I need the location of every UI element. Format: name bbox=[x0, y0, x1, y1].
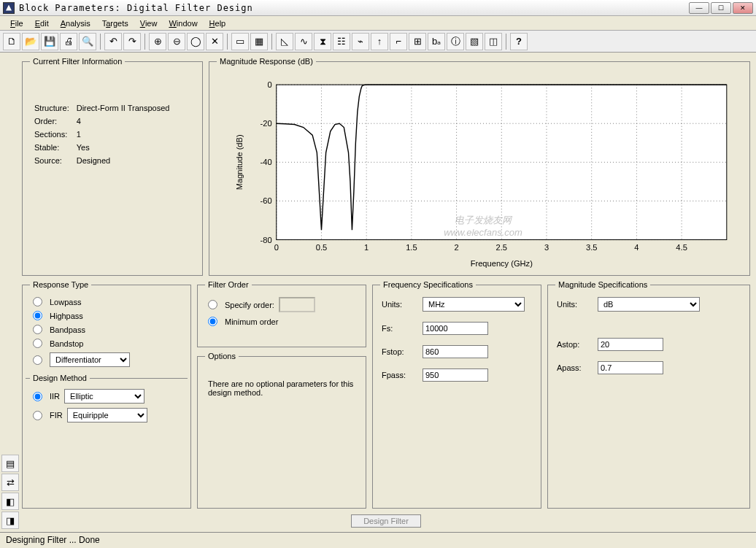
zoom-fit-icon[interactable]: ◯ bbox=[187, 33, 204, 50]
source-value: Designed bbox=[74, 155, 173, 166]
coeffs-icon[interactable]: bₐ bbox=[428, 33, 445, 50]
parallel-icon[interactable]: ◨ bbox=[1, 512, 19, 529]
iir-combo[interactable]: Elliptic bbox=[64, 389, 144, 404]
order-value: 4 bbox=[74, 115, 173, 127]
magnitude-est-icon[interactable]: ▧ bbox=[466, 33, 483, 50]
svg-text:Magnitude (dB): Magnitude (dB) bbox=[235, 134, 244, 190]
options-text: There are no optional parameters for thi… bbox=[205, 366, 358, 410]
cascade-icon[interactable]: ◧ bbox=[1, 493, 19, 510]
phase-response-icon[interactable]: ∿ bbox=[295, 33, 312, 50]
svg-text:4.5: 4.5 bbox=[676, 243, 687, 252]
stable-label: Stable: bbox=[31, 142, 72, 153]
save-icon[interactable]: 💾 bbox=[41, 33, 58, 50]
menu-view[interactable]: View bbox=[134, 18, 163, 29]
menu-window[interactable]: Window bbox=[163, 18, 203, 29]
order-label: Order: bbox=[31, 115, 72, 127]
print-preview-icon[interactable]: 🔍 bbox=[79, 33, 96, 50]
impulse-icon[interactable]: ↑ bbox=[371, 33, 388, 50]
filter-manager-icon[interactable]: ⇄ bbox=[1, 474, 19, 491]
pole-zero-icon[interactable]: ⊞ bbox=[409, 33, 426, 50]
mag-units-combo[interactable]: dB bbox=[598, 297, 700, 312]
maximize-button[interactable]: ☐ bbox=[711, 2, 731, 14]
svg-text:4: 4 bbox=[634, 243, 639, 252]
design-filter-button[interactable]: Design Filter bbox=[351, 514, 421, 528]
radio-lowpass[interactable] bbox=[33, 297, 42, 306]
svg-text:0: 0 bbox=[274, 243, 279, 252]
mag-phase-icon[interactable]: ⧗ bbox=[314, 33, 331, 50]
step-icon[interactable]: ⌐ bbox=[390, 33, 407, 50]
freq-units-combo[interactable]: MHz bbox=[423, 297, 525, 312]
label-bandstop: Bandstop bbox=[50, 339, 83, 348]
svg-text:0.5: 0.5 bbox=[316, 243, 327, 252]
stable-value: Yes bbox=[74, 142, 173, 153]
help-icon[interactable]: ? bbox=[510, 33, 528, 50]
mag-response-legend: Magnitude Response (dB) bbox=[217, 57, 316, 66]
mag-response-icon[interactable]: ◺ bbox=[276, 33, 293, 50]
minimize-button[interactable]: — bbox=[689, 2, 709, 14]
menu-analysis[interactable]: Analysis bbox=[55, 18, 96, 29]
other-type-combo[interactable]: Differentiator bbox=[50, 352, 130, 367]
fpass-input[interactable] bbox=[423, 368, 488, 382]
radio-bandstop[interactable] bbox=[33, 339, 42, 348]
astop-input[interactable] bbox=[598, 338, 663, 351]
svg-text:-40: -40 bbox=[261, 158, 272, 166]
redo-icon[interactable]: ↷ bbox=[123, 33, 141, 50]
svg-text:Frequency (GHz): Frequency (GHz) bbox=[471, 259, 533, 268]
specify-order-label: Specify order: bbox=[225, 301, 274, 309]
svg-text:2.5: 2.5 bbox=[496, 243, 507, 252]
print-icon[interactable]: 🖨 bbox=[60, 33, 77, 50]
structure-label: Structure: bbox=[31, 102, 72, 114]
radio-specify-order[interactable] bbox=[208, 300, 217, 309]
structure-value: Direct-Form II Transposed bbox=[74, 102, 173, 114]
menu-file[interactable]: File bbox=[4, 18, 29, 29]
svg-text:1: 1 bbox=[364, 243, 369, 252]
zoom-out-icon[interactable]: ⊖ bbox=[168, 33, 185, 50]
freq-spec-legend: Frequency Specifications bbox=[380, 280, 476, 289]
open-icon[interactable]: 📂 bbox=[22, 33, 39, 50]
svg-text:0: 0 bbox=[268, 80, 272, 89]
app-icon bbox=[3, 2, 15, 14]
info-icon[interactable]: ⓘ bbox=[447, 33, 464, 50]
side-toolbar: ▤ ⇄ ◧ ◨ bbox=[0, 53, 20, 532]
menu-edit[interactable]: Edit bbox=[29, 18, 55, 29]
fir-combo[interactable]: Equiripple bbox=[67, 408, 147, 422]
new-icon[interactable]: 🗋 bbox=[3, 33, 20, 50]
astop-label: Astop: bbox=[557, 340, 593, 349]
radio-bandpass[interactable] bbox=[33, 325, 42, 334]
full-view-icon[interactable]: ▭ bbox=[231, 33, 249, 50]
filter-info-legend: Current Filter Information bbox=[30, 57, 125, 66]
radio-iir[interactable] bbox=[33, 392, 42, 401]
store-filter-icon[interactable]: ▤ bbox=[1, 455, 19, 472]
fstop-input[interactable] bbox=[423, 345, 488, 358]
fpass-label: Fpass: bbox=[382, 371, 418, 379]
fs-input[interactable] bbox=[423, 322, 488, 335]
filter-spec-icon[interactable]: ▦ bbox=[250, 33, 268, 50]
fstop-label: Fstop: bbox=[382, 347, 418, 356]
undo-icon[interactable]: ↶ bbox=[104, 33, 122, 50]
sections-value: 1 bbox=[74, 128, 173, 140]
svg-text:-20: -20 bbox=[261, 119, 272, 128]
apass-input[interactable] bbox=[598, 361, 663, 374]
label-lowpass: Lowpass bbox=[50, 298, 81, 306]
zoom-in-icon[interactable]: ⊕ bbox=[149, 33, 166, 50]
radio-other[interactable] bbox=[33, 355, 42, 365]
group-delay-icon[interactable]: ☷ bbox=[333, 33, 350, 50]
specify-order-input bbox=[279, 297, 315, 312]
mag-units-label: Units: bbox=[557, 300, 593, 309]
menu-help[interactable]: Help bbox=[204, 18, 232, 29]
phase-delay-icon[interactable]: ⌁ bbox=[352, 33, 369, 50]
radio-highpass[interactable] bbox=[33, 311, 42, 320]
iir-label: IIR bbox=[50, 392, 60, 401]
radio-minimum-order[interactable] bbox=[208, 317, 217, 326]
close-button[interactable]: ✕ bbox=[733, 2, 753, 14]
fs-label: Fs: bbox=[382, 324, 418, 333]
sections-label: Sections: bbox=[31, 128, 72, 140]
round-off-icon[interactable]: ◫ bbox=[485, 33, 502, 50]
zoom-xy-icon[interactable]: ✕ bbox=[206, 33, 223, 50]
magnitude-spec-panel: Magnitude Specifications Units: dB Astop… bbox=[547, 280, 750, 509]
menu-targets[interactable]: Targets bbox=[96, 18, 134, 29]
svg-text:3: 3 bbox=[544, 243, 549, 252]
radio-fir[interactable] bbox=[33, 411, 42, 420]
menu-bar: File Edit Analysis Targets View Window H… bbox=[0, 16, 756, 31]
label-bandpass: Bandpass bbox=[50, 325, 85, 334]
